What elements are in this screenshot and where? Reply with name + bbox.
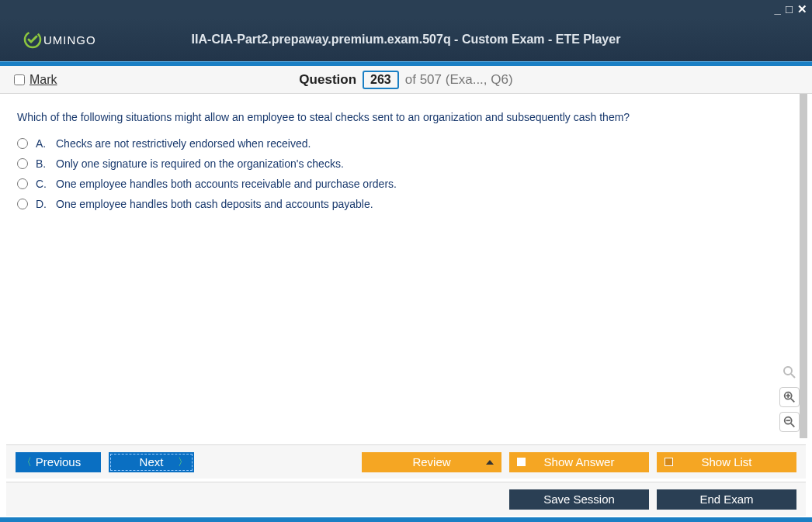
previous-button[interactable]: 〈 Previous <box>16 452 101 472</box>
titlebar: _ □ ✕ <box>0 0 812 18</box>
option-text: Only one signature is required on the or… <box>56 157 344 170</box>
option-radio[interactable] <box>17 138 28 149</box>
svg-line-4 <box>791 399 795 403</box>
zoom-out-button[interactable] <box>779 412 800 432</box>
option-radio[interactable] <box>17 158 28 169</box>
header: UMINGO IIA-CIA-Part2.prepaway.premium.ex… <box>0 18 812 61</box>
question-text: Which of the following situations might … <box>17 111 787 123</box>
minimize-icon[interactable]: _ <box>775 3 781 15</box>
option-letter: D. <box>36 198 48 210</box>
question-content: Which of the following situations might … <box>6 94 798 438</box>
option-radio[interactable] <box>17 199 28 209</box>
zoom-in-button[interactable] <box>779 387 800 407</box>
review-button[interactable]: Review <box>362 452 501 472</box>
save-session-button[interactable]: Save Session <box>509 489 649 510</box>
window-title: IIA-CIA-Part2.prepaway.premium.exam.507q… <box>0 33 812 47</box>
show-answer-button[interactable]: Show Answer <box>509 452 649 472</box>
mark-checkbox[interactable] <box>14 74 25 85</box>
logo-checkmark-icon <box>23 30 42 49</box>
option-D[interactable]: D.One employee handles both cash deposit… <box>17 198 787 210</box>
option-letter: B. <box>36 157 48 170</box>
option-text: One employee handles both accounts recei… <box>56 178 397 190</box>
end-exam-label: End Exam <box>699 493 753 506</box>
option-text: Checks are not restrictively endorsed wh… <box>56 137 311 150</box>
question-word: Question <box>299 72 356 88</box>
svg-line-8 <box>791 423 795 427</box>
option-C[interactable]: C.One employee handles both accounts rec… <box>17 178 787 190</box>
previous-label: Previous <box>36 455 81 468</box>
show-list-label: Show List <box>701 455 751 468</box>
close-icon[interactable]: ✕ <box>797 3 807 15</box>
chevron-right-icon: 〉 <box>178 455 188 469</box>
show-answer-label: Show Answer <box>544 455 615 468</box>
review-label: Review <box>412 455 450 468</box>
chevron-left-icon: 〈 <box>22 455 32 469</box>
triangle-up-icon <box>486 460 494 465</box>
scrollbar-thumb[interactable] <box>800 94 807 438</box>
square-icon <box>517 458 526 466</box>
end-exam-button[interactable]: End Exam <box>657 489 796 510</box>
option-B[interactable]: B.Only one signature is required on the … <box>17 157 787 170</box>
show-list-button[interactable]: Show List <box>657 452 796 472</box>
next-button[interactable]: Next 〉 <box>109 452 194 472</box>
footer-nav: 〈 Previous Next 〉 Review Show Answer Sho… <box>6 444 806 479</box>
option-letter: A. <box>36 137 48 150</box>
question-total: of 507 (Exa..., Q6) <box>405 72 513 88</box>
option-radio[interactable] <box>17 178 28 189</box>
option-A[interactable]: A.Checks are not restrictively endorsed … <box>17 137 787 150</box>
save-session-label: Save Session <box>543 493 615 506</box>
footer-session: Save Session End Exam <box>6 482 806 516</box>
svg-point-1 <box>784 367 792 375</box>
svg-line-2 <box>791 374 795 378</box>
bottom-divider <box>0 517 812 522</box>
zoom-reset-icon[interactable] <box>779 362 800 382</box>
next-label: Next <box>140 455 164 468</box>
logo: UMINGO <box>23 30 96 49</box>
logo-text: UMINGO <box>43 33 96 47</box>
subheader: Mark Question 263 of 507 (Exa..., Q6) <box>0 66 812 94</box>
option-text: One employee handles both cash deposits … <box>56 198 373 210</box>
question-number: 263 <box>363 71 399 89</box>
options-list: A.Checks are not restrictively endorsed … <box>17 137 787 210</box>
option-letter: C. <box>36 178 48 190</box>
zoom-tools <box>779 362 800 432</box>
scrollbar[interactable] <box>800 94 807 438</box>
maximize-icon[interactable]: □ <box>786 3 793 15</box>
mark-label[interactable]: Mark <box>29 73 57 87</box>
square-icon <box>665 458 673 466</box>
